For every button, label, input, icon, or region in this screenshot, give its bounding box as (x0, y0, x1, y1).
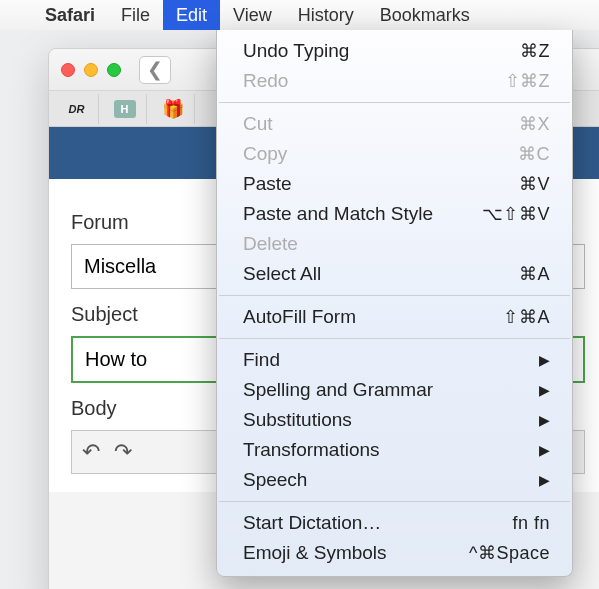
menu-item-label: Find (243, 349, 280, 371)
menu-item-paste-match-style[interactable]: Paste and Match Style ⌥⇧⌘V (217, 199, 572, 229)
edit-menu-dropdown: Undo Typing ⌘Z Redo ⇧⌘Z Cut ⌘X Copy ⌘C P… (216, 30, 573, 577)
tab-icon-dr: DR (66, 100, 88, 118)
menu-item-redo: Redo ⇧⌘Z (217, 66, 572, 96)
minimize-window-button[interactable] (84, 63, 98, 77)
menubar-item-history[interactable]: History (285, 0, 367, 30)
menu-item-label: Speech (243, 469, 307, 491)
menu-item-label: Transformations (243, 439, 380, 461)
menu-item-label: Start Dictation… (243, 512, 381, 534)
tab-2[interactable]: H (103, 94, 147, 124)
menu-item-delete: Delete (217, 229, 572, 259)
menu-item-substitutions[interactable]: Substitutions ▶ (217, 405, 572, 435)
chevron-right-icon: ▶ (539, 382, 550, 398)
menu-item-shortcut: ^⌘Space (469, 542, 550, 564)
menu-item-spelling-grammar[interactable]: Spelling and Grammar ▶ (217, 375, 572, 405)
menu-item-label: Copy (243, 143, 287, 165)
menu-item-label: Undo Typing (243, 40, 349, 62)
menubar-item-view[interactable]: View (220, 0, 285, 30)
gift-icon: 🎁 (162, 100, 184, 118)
menubar-app-name[interactable]: Safari (32, 0, 108, 30)
menu-separator (219, 338, 570, 339)
tab-1[interactable]: DR (55, 94, 99, 124)
tab-icon-h: H (114, 100, 136, 118)
menu-item-label: Emoji & Symbols (243, 542, 387, 564)
window-controls (61, 63, 121, 77)
menu-item-start-dictation[interactable]: Start Dictation… fn fn (217, 508, 572, 538)
menu-item-find[interactable]: Find ▶ (217, 345, 572, 375)
menu-item-label: AutoFill Form (243, 306, 356, 328)
menu-item-cut: Cut ⌘X (217, 109, 572, 139)
menu-item-shortcut: ⇧⌘Z (505, 70, 551, 92)
menu-item-speech[interactable]: Speech ▶ (217, 465, 572, 495)
menu-item-label: Delete (243, 233, 298, 255)
chevron-right-icon: ▶ (539, 412, 550, 428)
menu-item-shortcut: ⌘C (518, 143, 550, 165)
menu-item-label: Substitutions (243, 409, 352, 431)
menu-item-transformations[interactable]: Transformations ▶ (217, 435, 572, 465)
menu-item-copy: Copy ⌘C (217, 139, 572, 169)
menubar-item-file[interactable]: File (108, 0, 163, 30)
menu-item-shortcut: ⇧⌘A (503, 306, 550, 328)
chevron-right-icon: ▶ (539, 472, 550, 488)
undo-icon[interactable]: ↶ (82, 439, 100, 465)
menu-item-shortcut: fn fn (512, 513, 550, 534)
redo-icon[interactable]: ↷ (114, 439, 132, 465)
chevron-right-icon: ▶ (539, 352, 550, 368)
menu-item-emoji-symbols[interactable]: Emoji & Symbols ^⌘Space (217, 538, 572, 568)
menu-item-label: Select All (243, 263, 321, 285)
menu-item-undo-typing[interactable]: Undo Typing ⌘Z (217, 36, 572, 66)
menu-item-label: Paste (243, 173, 292, 195)
chevron-right-icon: ▶ (539, 442, 550, 458)
menubar: Safari File Edit View History Bookmarks (0, 0, 599, 30)
menu-separator (219, 102, 570, 103)
menu-separator (219, 295, 570, 296)
chevron-left-icon: ❮ (147, 58, 163, 81)
menu-item-label: Spelling and Grammar (243, 379, 433, 401)
menu-item-label: Cut (243, 113, 273, 135)
tab-3[interactable]: 🎁 (151, 94, 195, 124)
menu-item-select-all[interactable]: Select All ⌘A (217, 259, 572, 289)
menu-item-label: Redo (243, 70, 288, 92)
close-window-button[interactable] (61, 63, 75, 77)
menu-item-autofill-form[interactable]: AutoFill Form ⇧⌘A (217, 302, 572, 332)
menubar-item-bookmarks[interactable]: Bookmarks (367, 0, 483, 30)
menu-item-label: Paste and Match Style (243, 203, 433, 225)
maximize-window-button[interactable] (107, 63, 121, 77)
menu-item-shortcut: ⌘Z (520, 40, 550, 62)
menu-item-shortcut: ⌘X (519, 113, 550, 135)
menu-item-shortcut: ⌘V (519, 173, 550, 195)
menu-separator (219, 501, 570, 502)
menu-item-shortcut: ⌥⇧⌘V (482, 203, 550, 225)
menu-item-shortcut: ⌘A (519, 263, 550, 285)
back-button[interactable]: ❮ (139, 56, 171, 84)
menubar-item-edit[interactable]: Edit (163, 0, 220, 30)
menu-item-paste[interactable]: Paste ⌘V (217, 169, 572, 199)
